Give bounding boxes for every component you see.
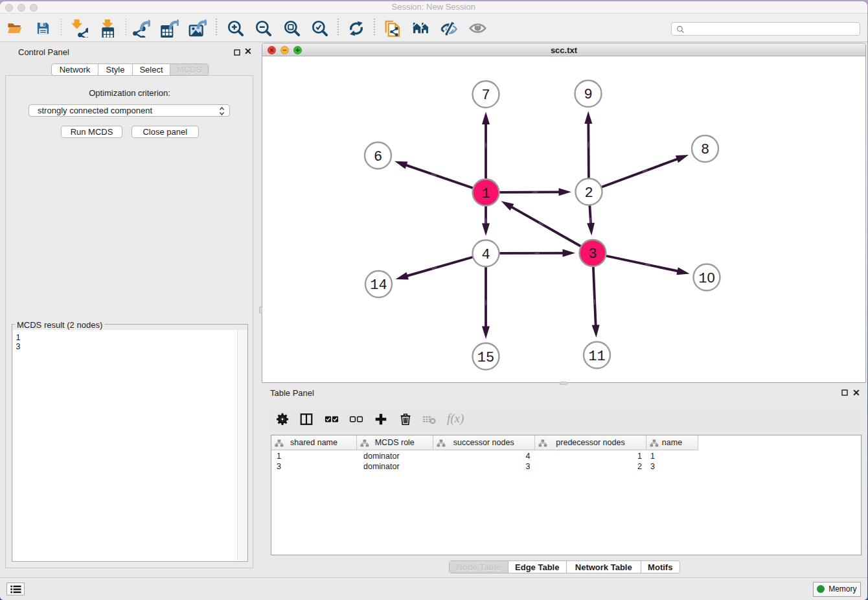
svg-text:1: 1 [481,186,490,202]
svg-text:4: 4 [481,247,490,263]
svg-text:11: 11 [588,349,605,365]
svg-text:8: 8 [701,142,709,158]
svg-text:10: 10 [698,270,714,287]
svg-text:2: 2 [584,185,593,202]
svg-text:3: 3 [588,246,597,262]
svg-text:7: 7 [481,87,490,104]
svg-text:15: 15 [477,350,494,366]
svg-text:9: 9 [584,87,592,103]
svg-text:6: 6 [374,149,382,165]
svg-text:14: 14 [370,277,387,294]
